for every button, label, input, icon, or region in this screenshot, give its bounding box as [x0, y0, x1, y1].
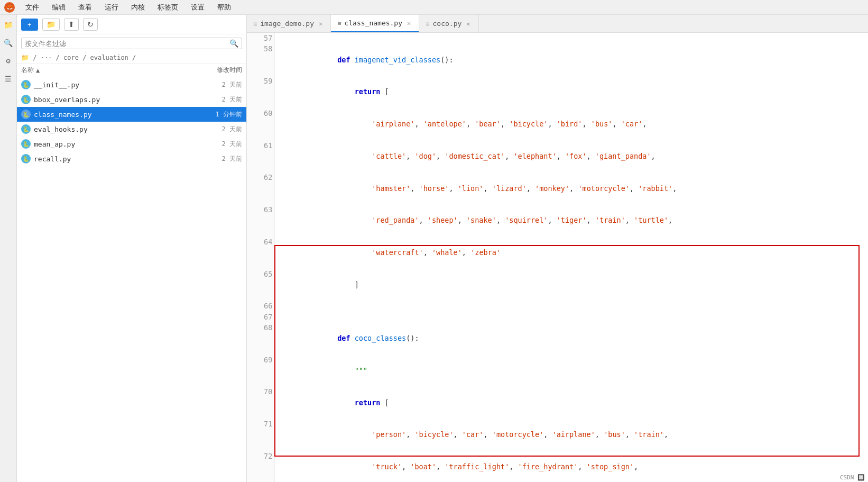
search-icon: 🔍 [229, 39, 238, 48]
file-icon: 🐍 [21, 124, 31, 134]
menu-view[interactable]: 查看 [76, 2, 94, 13]
menu-tags[interactable]: 标签页 [155, 2, 180, 13]
line-number: 59 [247, 76, 275, 108]
line-number: 63 [247, 204, 275, 237]
line-number: 62 [247, 172, 275, 204]
file-name: eval_hooks.py [34, 125, 222, 133]
code-content [275, 33, 868, 43]
tab-label: image_demo.py [260, 20, 314, 28]
tab-class-names[interactable]: ≡ class_names.py ✕ [331, 15, 419, 32]
file-time: 2 天前 [222, 80, 242, 89]
file-time: 2 天前 [222, 154, 242, 163]
table-row: 58 def imagenet_vid_classes(): [247, 43, 868, 76]
file-name: recall.py [34, 155, 222, 163]
new-folder-button[interactable]: 📁 [42, 18, 60, 31]
code-content [275, 312, 868, 322]
code-content: def coco_classes(): [275, 322, 868, 354]
file-item-class-names[interactable]: 🐍 class_names.py 1 分钟前 [17, 107, 246, 122]
extensions-icon[interactable]: ☰ [3, 73, 14, 85]
line-number: 60 [247, 108, 275, 140]
search-panel-icon[interactable]: 🔍 [3, 37, 14, 49]
tab-file-icon: ≡ [253, 20, 257, 28]
sidebar: + + 📁 ⬆ ↻ 🔍 📁 / ··· / core / evaluation … [17, 15, 247, 482]
sort-icon: ▲ [36, 67, 40, 74]
line-number: 69 [247, 354, 275, 387]
file-name: __init__.py [34, 81, 222, 89]
editor-area: ≡ image_demo.py ✕ ≡ class_names.py ✕ ≡ c… [247, 15, 868, 482]
line-number: 61 [247, 140, 275, 172]
tab-file-icon: ≡ [337, 20, 341, 27]
sidebar-toolbar: + + 📁 ⬆ ↻ [17, 15, 246, 34]
menu-bar: 🦊 文件 编辑 查看 运行 内核 标签页 设置 帮助 [0, 0, 868, 15]
menu-settings[interactable]: 设置 [189, 2, 207, 13]
tab-close-button[interactable]: ✕ [405, 19, 412, 28]
table-row: 63 'red_panda', 'sheep', 'snake', 'squir… [247, 204, 868, 237]
line-number: 67 [247, 312, 275, 322]
file-explorer-icon[interactable]: 📁 [3, 19, 14, 31]
line-number: 72 [247, 451, 275, 482]
file-icon: 🐍 [21, 95, 31, 104]
tab-coco[interactable]: ≡ coco.py ✕ [419, 15, 478, 32]
main-container: 📁 🔍 ⚙ ☰ + + 📁 ⬆ ↻ 🔍 📁 / ··· / core / eva… [0, 15, 868, 482]
file-icon: 🐍 [21, 110, 31, 119]
settings-icon[interactable]: ⚙ [3, 55, 14, 67]
tab-label: coco.py [433, 20, 462, 28]
line-number: 57 [247, 33, 275, 43]
tab-bar: ≡ image_demo.py ✕ ≡ class_names.py ✕ ≡ c… [247, 15, 868, 33]
app-logo: 🦊 [4, 2, 15, 13]
file-name: class_names.py [34, 111, 216, 119]
tab-close-button[interactable]: ✕ [317, 20, 324, 28]
code-content: 'person', 'bicycle', 'car', 'motorcycle'… [275, 419, 868, 451]
column-time: 修改时间 [200, 66, 242, 75]
menu-edit[interactable]: 编辑 [50, 2, 68, 13]
code-content: return [ [275, 386, 868, 419]
upload-button[interactable]: ⬆ [64, 18, 79, 31]
column-name: 名称 ▲ [21, 66, 200, 75]
table-row: 60 'airplane', 'antelope', 'bear', 'bicy… [247, 108, 868, 140]
plus-icon: + [27, 21, 32, 29]
new-file-button[interactable]: + + [21, 19, 38, 31]
code-content: 'truck', 'boat', 'traffic_light', 'fire_… [275, 451, 868, 482]
code-table: 57 58 def imagenet_vid_classes(): 59 [247, 33, 868, 482]
file-item-mean-ap[interactable]: 🐍 mean_ap.py 2 天前 [17, 137, 246, 151]
code-content: 'cattle', 'dog', 'domestic_cat', 'elepha… [275, 140, 868, 172]
line-number: 65 [247, 269, 275, 301]
file-time: 2 天前 [222, 125, 242, 134]
code-content: return [ [275, 76, 868, 108]
search-input[interactable] [25, 40, 229, 48]
code-content: 'hamster', 'horse', 'lion', 'lizard', 'm… [275, 172, 868, 204]
file-item-recall[interactable]: 🐍 recall.py 2 天前 [17, 151, 246, 166]
table-row: 66 [247, 301, 868, 311]
refresh-button[interactable]: ↻ [83, 18, 98, 31]
table-row: 59 return [ [247, 76, 868, 108]
status-bar: CSDN 🔲 [837, 473, 868, 482]
left-panel: 📁 🔍 ⚙ ☰ [0, 15, 17, 482]
tab-file-icon: ≡ [426, 20, 429, 28]
tab-image-demo[interactable]: ≡ image_demo.py ✕ [247, 15, 331, 32]
file-icon: 🐍 [21, 139, 31, 149]
code-editor[interactable]: 57 58 def imagenet_vid_classes(): 59 [247, 33, 868, 482]
table-row: 71 'person', 'bicycle', 'car', 'motorcyc… [247, 419, 868, 451]
table-row: 69 """ [247, 354, 868, 387]
file-item-bbox[interactable]: 🐍 bbox_overlaps.py 2 天前 [17, 92, 246, 107]
tab-close-button[interactable]: ✕ [465, 20, 472, 28]
code-content: 'watercraft', 'whale', 'zebra' [275, 237, 868, 269]
menu-file[interactable]: 文件 [23, 2, 41, 13]
menu-kernel[interactable]: 内核 [129, 2, 147, 13]
code-content: 'airplane', 'antelope', 'bear', 'bicycle… [275, 108, 868, 140]
file-name: bbox_overlaps.py [34, 96, 222, 104]
table-row: 67 [247, 312, 868, 322]
file-time: 2 天前 [222, 95, 242, 104]
menu-help[interactable]: 帮助 [215, 2, 233, 13]
table-row: 72 'truck', 'boat', 'traffic_light', 'fi… [247, 451, 868, 482]
table-row: 64 'watercraft', 'whale', 'zebra' [247, 237, 868, 269]
file-list: 🐍 __init__.py 2 天前 🐍 bbox_overlaps.py 2 … [17, 77, 246, 482]
table-row: 62 'hamster', 'horse', 'lion', 'lizard',… [247, 172, 868, 204]
table-row: 68 def coco_classes(): [247, 322, 868, 354]
file-item-init[interactable]: 🐍 __init__.py 2 天前 [17, 77, 246, 92]
file-search-box: 🔍 [21, 38, 242, 49]
table-row: 61 'cattle', 'dog', 'domestic_cat', 'ele… [247, 140, 868, 172]
line-number: 70 [247, 386, 275, 419]
file-item-eval-hooks[interactable]: 🐍 eval_hooks.py 2 天前 [17, 122, 246, 137]
menu-run[interactable]: 运行 [103, 2, 121, 13]
